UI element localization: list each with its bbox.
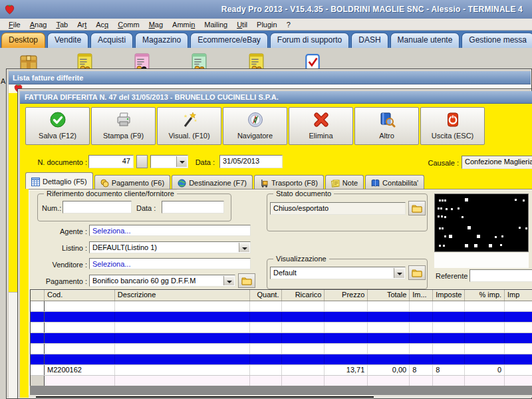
table-row[interactable]	[31, 323, 532, 333]
menu-item-mailing[interactable]: Mailing	[200, 21, 232, 29]
toolbar-elimina-button[interactable]: Elimina	[289, 107, 353, 145]
detail-tab-contabilita[interactable]: Contabilita'	[365, 175, 424, 189]
table-cell-perc_imp[interactable]	[465, 323, 505, 332]
table-cell-cod[interactable]	[45, 376, 115, 386]
toolbar-stampa-f9-button[interactable]: Stampa (F9)	[91, 107, 156, 145]
menu-item-plugin[interactable]: Plugin	[252, 21, 282, 29]
table-cell-totale[interactable]	[368, 344, 410, 354]
table-cell-sel[interactable]	[31, 301, 45, 311]
table-row[interactable]	[31, 376, 532, 386]
tab-vendite[interactable]: Vendite	[47, 33, 88, 48]
column-header-quant[interactable]: Quant.	[250, 290, 283, 301]
n-documento-input[interactable]: 47	[88, 155, 134, 168]
menu-item-ammin[interactable]: Ammin	[168, 21, 200, 29]
rif-data-input[interactable]	[162, 201, 224, 213]
table-row[interactable]	[31, 333, 532, 344]
toolbar-visual-f10-button[interactable]: Visual. (F10)	[157, 107, 221, 145]
table-cell-im[interactable]	[410, 344, 433, 354]
menu-item-util[interactable]: Util	[232, 21, 252, 29]
table-cell-im[interactable]	[410, 301, 433, 311]
num-input[interactable]	[63, 201, 132, 213]
causale-field[interactable]: Confezione Maglieria	[462, 156, 532, 169]
table-cell-perc_imp[interactable]	[465, 376, 505, 386]
table-cell-im[interactable]	[410, 333, 433, 343]
table-cell-sel[interactable]	[31, 312, 45, 322]
table-cell-prezzo[interactable]: 13,71	[325, 365, 368, 375]
table-cell-sel[interactable]	[31, 376, 45, 386]
column-header-imp2[interactable]: Imp	[505, 290, 532, 301]
table-row[interactable]	[31, 344, 532, 354]
table-cell-prezzo[interactable]	[325, 354, 368, 364]
table-cell-prezzo[interactable]	[325, 301, 368, 311]
table-cell-imp2[interactable]	[505, 312, 532, 322]
table-cell-cod[interactable]	[45, 354, 115, 364]
table-cell-totale[interactable]	[368, 376, 410, 386]
column-header-sel[interactable]	[31, 290, 45, 301]
table-cell-totale[interactable]	[368, 354, 410, 364]
tab-ecommerce-ebay[interactable]: Ecommerce/eBay	[190, 33, 268, 48]
table-cell-totale[interactable]	[368, 333, 410, 343]
table-cell-imposte[interactable]	[433, 354, 465, 364]
table-cell-im[interactable]: 8	[410, 365, 433, 375]
column-header-ricarico[interactable]: Ricarico	[282, 290, 325, 301]
table-cell-imposte[interactable]	[433, 323, 465, 332]
table-cell-ricarico[interactable]	[282, 301, 325, 311]
agente-input[interactable]: Seleziona...	[89, 225, 251, 236]
table-cell-prezzo[interactable]	[325, 323, 368, 332]
column-header-imposte[interactable]: Imposte	[433, 290, 465, 301]
table-cell-quant[interactable]	[250, 323, 283, 332]
table-cell-cod[interactable]	[45, 301, 115, 311]
column-header-im[interactable]: Im...	[410, 290, 433, 301]
table-cell-quant[interactable]	[250, 344, 283, 354]
table-cell-sel[interactable]	[31, 354, 45, 364]
table-cell-totale[interactable]	[368, 323, 410, 332]
table-cell-totale[interactable]	[368, 312, 410, 322]
app-titlebar[interactable]: Ready Pro 2013 - V15.4.35 - BOLDRINI MAG…	[0, 0, 532, 19]
tab-acquisti[interactable]: Acquisti	[90, 33, 133, 48]
tab-forum-di-supporto[interactable]: Forum di supporto	[270, 33, 349, 48]
table-cell-ricarico[interactable]	[282, 344, 325, 354]
tab-desktop[interactable]: Desktop	[1, 33, 45, 48]
table-cell-prezzo[interactable]	[325, 333, 368, 343]
table-cell-im[interactable]	[410, 354, 433, 364]
table-cell-im[interactable]	[410, 376, 433, 386]
table-cell-quant[interactable]	[250, 312, 283, 322]
table-cell-prezzo[interactable]	[325, 344, 368, 354]
table-cell-im[interactable]	[410, 323, 433, 332]
detail-tab-trasporto-f8[interactable]: Trasporto (F8)	[254, 175, 324, 189]
pagamento-folder-button[interactable]	[238, 273, 255, 288]
chevron-down-icon[interactable]	[176, 156, 187, 167]
lista-window-titlebar[interactable]: Lista fatture differite	[9, 71, 531, 84]
table-cell-descrizione[interactable]	[115, 365, 250, 375]
toolbar-altro-button[interactable]: Altro	[354, 107, 419, 145]
table-cell-perc_imp[interactable]	[465, 312, 505, 322]
table-cell-totale[interactable]: 0,00	[368, 365, 410, 375]
detail-tab-note[interactable]: Note	[325, 175, 364, 189]
table-cell-prezzo[interactable]	[325, 376, 368, 386]
table-cell-sel[interactable]	[31, 344, 45, 354]
table-cell-imp2[interactable]	[505, 333, 532, 343]
column-header-descrizione[interactable]: Descrizione	[115, 290, 250, 301]
table-row[interactable]: M220016213,710,00880	[31, 365, 532, 376]
table-cell-perc_imp[interactable]	[465, 301, 505, 311]
column-header-perc_imp[interactable]: % imp.	[465, 290, 505, 301]
data-input[interactable]: 31/05/2013	[219, 155, 283, 168]
table-cell-imposte[interactable]	[433, 344, 465, 354]
menu-item-[interactable]: ?	[282, 21, 295, 29]
visualizzazione-folder-button[interactable]	[408, 265, 426, 280]
table-cell-perc_imp[interactable]	[465, 333, 505, 343]
toolbar-uscita-esc-button[interactable]: Uscita (ESC)	[420, 107, 485, 145]
chevron-down-icon[interactable]	[394, 268, 404, 278]
table-cell-quant[interactable]	[250, 333, 283, 343]
table-cell-imp2[interactable]	[505, 323, 532, 332]
stato-folder-button[interactable]	[408, 201, 426, 215]
table-cell-descrizione[interactable]	[115, 376, 250, 386]
table-cell-perc_imp[interactable]	[465, 344, 505, 354]
listino-combo[interactable]: DEFAULT(Listino 1)	[89, 241, 251, 253]
tab-magazzino[interactable]: Magazzino	[135, 33, 188, 48]
detail-tab-dettaglio-f5[interactable]: Dettaglio (F5)	[25, 172, 93, 189]
documento-suffix-combo[interactable]	[150, 155, 188, 168]
toolbar-salva-f12-button[interactable]: Salva (F12)	[25, 107, 90, 145]
tab-manuale-utente[interactable]: Manuale utente	[390, 33, 460, 48]
chevron-down-icon[interactable]	[223, 276, 234, 285]
